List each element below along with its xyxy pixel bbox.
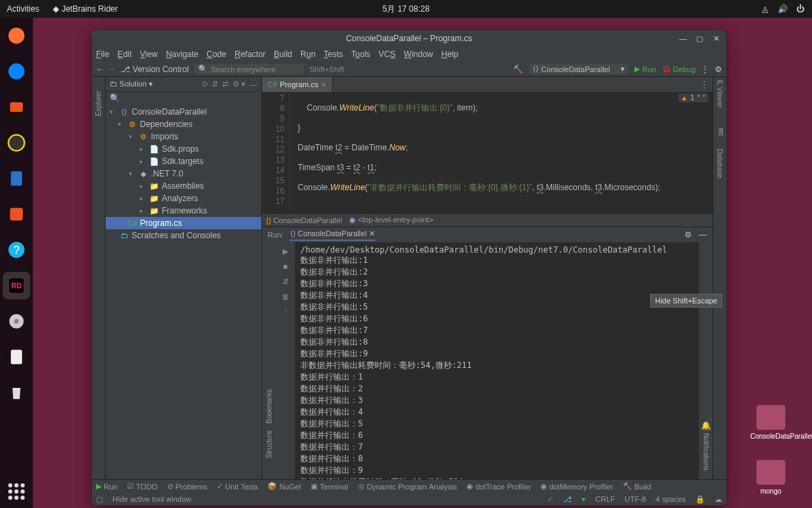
run-settings-icon[interactable]: ⚙: [684, 230, 692, 240]
bottom-dpa[interactable]: ◎ Dynamic Program Analysis: [358, 482, 457, 491]
bottom-dotmemory[interactable]: ◉ dotMemory Profiler: [540, 482, 613, 491]
tree-analyzers[interactable]: ▸📁Analyzers: [106, 192, 261, 205]
tab-more-icon[interactable]: ⋮: [700, 80, 713, 89]
dock-firefox[interactable]: [3, 22, 30, 49]
clear-icon[interactable]: 🗑: [278, 290, 292, 303]
bottom-problems[interactable]: ⊘ Problems: [167, 482, 207, 491]
bottom-todo[interactable]: ☑ TODO: [127, 482, 158, 491]
status-lock-icon[interactable]: 🔒: [695, 495, 705, 504]
tree-net7[interactable]: ▾◆.NET 7.0: [106, 168, 261, 180]
search-everywhere[interactable]: 🔍 Search everywhere: [194, 64, 304, 74]
network-icon[interactable]: ◬: [760, 4, 769, 14]
rerun-icon[interactable]: ▶: [278, 245, 292, 257]
notifications-icon[interactable]: 🔔: [701, 421, 711, 430]
code-body[interactable]: Console.WriteLine("数据非并行输出:{0}", item); …: [289, 92, 713, 213]
menu-refactor[interactable]: Refactor: [235, 49, 265, 59]
status-branch-icon[interactable]: ⎇: [563, 495, 572, 504]
sidebar-settings-icon[interactable]: ⚙ ▾: [232, 80, 246, 89]
bottom-dottrace[interactable]: ◉ dotTrace Profiler: [466, 482, 531, 491]
tree-dependencies[interactable]: ▾⚙Dependencies: [106, 118, 261, 130]
menu-help[interactable]: Help: [441, 49, 458, 59]
menu-tools[interactable]: Tools: [351, 49, 370, 59]
menu-navigate[interactable]: Navigate: [166, 49, 198, 59]
bottom-nuget[interactable]: 📦 NuGet: [267, 482, 301, 491]
dock-trash[interactable]: [3, 379, 30, 406]
activities-button[interactable]: Activities: [7, 4, 39, 14]
tree-program-cs[interactable]: C#Program.cs: [106, 217, 261, 229]
nav-forward-icon[interactable]: →: [107, 65, 115, 74]
run-more-icon[interactable]: ⋮: [278, 305, 292, 318]
structure-tab[interactable]: Structure: [265, 430, 273, 459]
menu-view[interactable]: View: [140, 49, 158, 59]
volume-icon[interactable]: 🔊: [778, 4, 787, 14]
debug-button[interactable]: 🐞 Debug: [662, 65, 695, 73]
status-indent[interactable]: 4 spaces: [656, 495, 686, 503]
desktop-folder-mongo[interactable]: mongo: [750, 460, 791, 495]
breadcrumb-method[interactable]: ◉ <top-level-entry-point>: [349, 216, 433, 224]
database-tab[interactable]: Database: [716, 149, 724, 178]
apps-button[interactable]: [5, 481, 27, 503]
notifications-tab[interactable]: Notifications: [702, 433, 710, 470]
topbar-app[interactable]: ◆ JetBrains Rider: [53, 4, 117, 14]
tree-scratches[interactable]: 🗀Scratches and Consoles: [106, 229, 261, 242]
dock-help[interactable]: ?: [3, 236, 30, 264]
more-icon[interactable]: ⋮: [701, 65, 709, 74]
menu-tests[interactable]: Tests: [324, 49, 343, 59]
power-icon[interactable]: ⏻: [796, 4, 805, 14]
ilviewer-tab[interactable]: IL Viewer: [716, 80, 724, 108]
tab-program-cs[interactable]: C#Program.cs✕: [262, 77, 333, 92]
tree-assemblies[interactable]: ▸📁Assemblies: [106, 180, 261, 192]
bottom-build[interactable]: 🔨 Build: [623, 482, 651, 491]
bookmarks-tab[interactable]: Bookmarks: [265, 389, 273, 424]
menu-run[interactable]: Run: [300, 49, 315, 59]
explorer-tab[interactable]: Explorer: [95, 91, 102, 116]
tree-imports[interactable]: ▾⚙Imports: [106, 130, 261, 143]
stop-icon[interactable]: ■: [278, 260, 292, 273]
build-icon[interactable]: 🔨: [513, 65, 523, 74]
dock-files[interactable]: [3, 93, 30, 121]
dock-thunderbird[interactable]: [3, 58, 30, 85]
status-window-icon[interactable]: ▢: [96, 495, 103, 504]
layout-icon[interactable]: ⇵: [278, 275, 292, 288]
dock-software[interactable]: [3, 200, 30, 228]
run-hide-icon[interactable]: —: [699, 230, 707, 240]
tree-frameworks[interactable]: ▸📁Frameworks: [106, 205, 261, 217]
dock-rider[interactable]: RD: [3, 272, 30, 299]
dock-disc[interactable]: [3, 308, 30, 335]
code-editor[interactable]: 7891011121314151617 Console.WriteLine("数…: [262, 92, 713, 213]
status-encoding[interactable]: UTF-8: [625, 495, 646, 503]
tree-solution[interactable]: ▾⟨⟩ConsoleDataParallel: [106, 106, 261, 118]
bottom-unittests[interactable]: ✓ Unit Tests: [217, 482, 258, 491]
menu-build[interactable]: Build: [274, 49, 292, 59]
vcs-button[interactable]: ⎇ Version Control: [121, 65, 189, 74]
menu-vcs[interactable]: VCS: [379, 49, 396, 59]
collapse-icon[interactable]: ⇄: [222, 80, 228, 89]
tree-sdkprops[interactable]: ▸📄Sdk.props: [106, 143, 261, 155]
close-button[interactable]: ✕: [708, 32, 724, 45]
locate-icon[interactable]: ⊙: [202, 80, 208, 89]
menu-edit[interactable]: Edit: [117, 49, 132, 59]
bottom-terminal[interactable]: ▣ Terminal: [311, 482, 348, 491]
run-config-name[interactable]: ⟨⟩ ConsoleDataParallel ✕: [290, 229, 374, 241]
status-sync-icon[interactable]: ☁: [715, 495, 722, 504]
nav-back-icon[interactable]: ←: [96, 65, 104, 74]
sidebar-search-icon[interactable]: 🔍: [110, 93, 120, 103]
db-icon[interactable]: 🗄: [716, 128, 724, 135]
status-ok-icon[interactable]: ✓: [547, 495, 553, 504]
menu-code[interactable]: Code: [206, 49, 226, 59]
bottom-run[interactable]: ▶Run: [96, 482, 117, 491]
inspection-badge[interactable]: ▲1 ˄ ˅: [678, 93, 708, 102]
sidebar-hide-icon[interactable]: —: [250, 80, 257, 89]
topbar-datetime[interactable]: 5月 17 08:28: [383, 3, 430, 15]
menu-file[interactable]: File: [96, 49, 109, 59]
status-progress-icon[interactable]: ▾: [582, 495, 586, 504]
dock-rhythmbox[interactable]: [3, 129, 30, 157]
settings-icon[interactable]: ⚙: [715, 65, 722, 74]
run-config-selector[interactable]: ⟨⟩ConsoleDataParallel ▾: [529, 64, 629, 74]
expand-icon[interactable]: ⇵: [212, 80, 218, 89]
dock-writer[interactable]: [3, 165, 30, 192]
tree-sdktargets[interactable]: ▸📄Sdk.targets: [106, 155, 261, 168]
maximize-button[interactable]: ▢: [692, 32, 707, 45]
desktop-folder-project[interactable]: ConsoleDataParallel: [750, 405, 791, 440]
status-crlf[interactable]: CRLF: [595, 495, 615, 503]
